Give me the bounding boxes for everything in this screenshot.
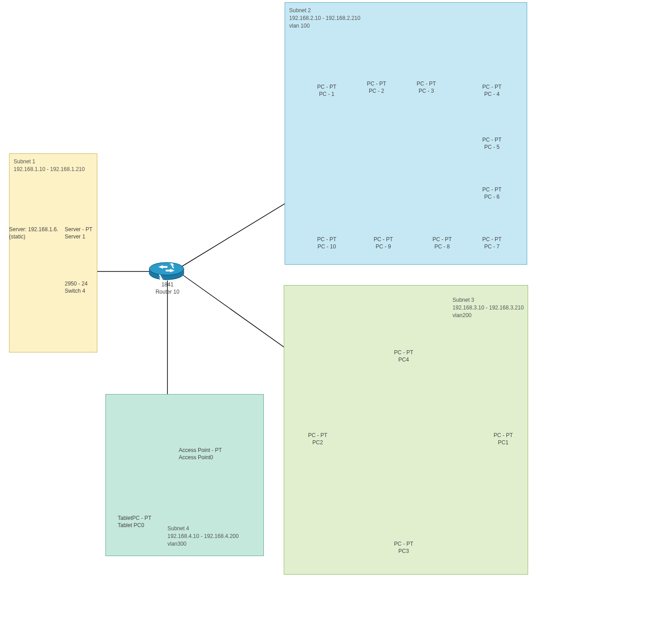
subnet1-range: 192.168.1.10 - 192.168.1.210 [14,166,85,172]
subnet3-box [284,285,528,575]
s3-pc4-label: PC - PTPC4 [392,349,415,363]
subnet2-box [285,2,527,265]
subnet3-label: Subnet 3 192.168.3.10 - 192.168.3.210 vl… [453,296,524,319]
ap-label: Access Point - PT Access Point0 [179,447,222,461]
subnet1-title: Subnet 1 [14,158,35,165]
s3-pc1-label: PC - PTPC1 [492,432,515,446]
pc5-label: PC - PTPC - 5 [481,137,503,151]
pc6-label: PC - PTPC - 6 [481,186,503,200]
switch4-label: 2950 - 24 Switch 4 [65,281,88,295]
pc10-label: PC - PTPC - 10 [315,236,339,250]
router-label: 1841 Router 10 [152,281,183,295]
tablet-label: TabletPC - PT Tablet PC0 [118,515,152,529]
subnet1-label: Subnet 1 192.168.1.10 - 192.168.1.210 [14,158,85,173]
pc2-label: PC - PTPC - 2 [365,81,388,95]
pc8-label: PC - PTPC - 8 [431,236,453,250]
s3-pc3-label: PC - PTPC3 [392,541,415,555]
pc9-label: PC - PTPC - 9 [372,236,395,250]
server-info: Server: 192.168.1.6. (static) [9,226,58,240]
router-icon [149,262,184,281]
subnet2-label: Subnet 2 192.168.2.10 - 192.168.2.210 vl… [289,7,360,29]
subnet1-box [9,153,97,352]
pc3-label: PC - PTPC - 3 [415,81,438,95]
server-label: Server - PT Server 1 [65,226,92,240]
pc1-label: PC - PTPC - 1 [315,84,338,98]
s3-pc2-label: PC - PTPC2 [306,432,329,446]
network-diagram: Subnet 1 192.168.1.10 - 192.168.1.210 Se… [0,0,672,628]
subnet4-label: Subnet 4 192.168.4.10 - 192.168.4.200 vl… [167,525,238,547]
pc7-label: PC - PTPC - 7 [481,236,503,250]
pc4-label: PC - PTPC - 4 [481,84,503,98]
